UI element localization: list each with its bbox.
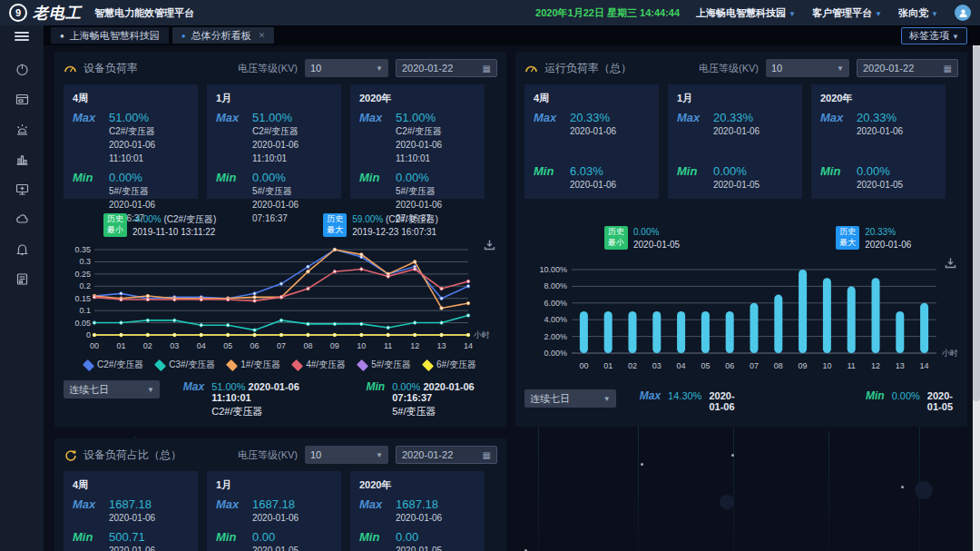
- svg-text:03: 03: [170, 341, 179, 350]
- svg-text:04: 04: [677, 361, 686, 370]
- running-load-bar-chart: 0.00%2.00%4.00%6.00%8.00%10.00%000102030…: [524, 261, 958, 377]
- app-logo: 9 老电工 智慧电力能效管理平台: [9, 3, 194, 24]
- vertical-scrollbar[interactable]: [973, 45, 980, 551]
- svg-text:01: 01: [116, 341, 125, 350]
- app-title: 智慧电力能效管理平台: [94, 6, 194, 20]
- svg-text:0.00%: 0.00%: [544, 349, 567, 358]
- svg-text:02: 02: [143, 341, 152, 350]
- download-icon[interactable]: [484, 239, 495, 252]
- svg-text:01: 01: [603, 361, 612, 370]
- svg-text:00: 00: [90, 341, 99, 350]
- svg-text:13: 13: [896, 361, 905, 370]
- svg-text:0.2: 0.2: [79, 281, 91, 290]
- monitor-icon[interactable]: [15, 182, 29, 196]
- chevron-down-icon: ▼: [952, 33, 959, 41]
- power-icon[interactable]: [15, 63, 29, 76]
- pie-refresh-icon: [64, 448, 77, 462]
- panel-device-load-ratio: 设备负荷占比（总） 电压等级(KV) 10▼ 2020-01-22▦ 4周 Ma…: [54, 438, 506, 551]
- range-select[interactable]: 连续七日▼: [524, 389, 616, 408]
- user-avatar[interactable]: [955, 5, 971, 21]
- voltage-level-select[interactable]: 10▼: [305, 446, 388, 464]
- chevron-down-icon: ▼: [376, 64, 383, 73]
- voltage-level-select[interactable]: 10▼: [766, 59, 849, 77]
- svg-text:12: 12: [871, 361, 880, 370]
- date-picker[interactable]: 2020-01-22▦: [857, 59, 958, 77]
- svg-text:0.3: 0.3: [79, 257, 91, 266]
- stat-card-4weeks: 4周 Max20.33% 2020-01-06 Min6.03% 2020-01…: [524, 84, 659, 199]
- svg-text:0.25: 0.25: [74, 270, 91, 279]
- date-picker[interactable]: 2020-01-22▦: [396, 59, 497, 77]
- legend-item[interactable]: C2#/变压器: [84, 359, 143, 371]
- svg-text:07: 07: [277, 341, 286, 350]
- tag-options-button[interactable]: 标签选项 ▼: [901, 27, 967, 44]
- svg-text:05: 05: [701, 361, 710, 370]
- history-min: 历史最小 -4.00% (C2#/变压器) 2019-11-10 13:11:2…: [103, 213, 216, 239]
- tab-overview-board[interactable]: ● 总体分析看板 ✕: [172, 27, 274, 44]
- svg-text:11: 11: [384, 341, 392, 350]
- datetime-display: 2020年1月22日 星期三 14:44:44: [535, 6, 680, 20]
- legend-item[interactable]: 4#/变压器: [293, 359, 346, 371]
- menu-toggle-button[interactable]: [15, 30, 29, 43]
- chevron-down-icon: ▼: [376, 451, 383, 459]
- chevron-down-icon: ▼: [931, 10, 938, 18]
- panel-device-load-rate: 设备负荷率 电压等级(KV) 10▼ 2020-01-22▦ 4周 Max51.…: [54, 52, 506, 427]
- svg-text:10: 10: [822, 361, 831, 370]
- legend-item[interactable]: 5#/变压器: [358, 359, 411, 371]
- stat-card-4weeks: 4周 Max1687.18 2020-01-06 Min500.71 2020-…: [64, 471, 198, 551]
- chart-legend: C2#/变压器C3#/变压器1#/变压器4#/变压器5#/变压器6#/变压器: [64, 359, 497, 371]
- app-header: 9 老电工 智慧电力能效管理平台 2020年1月22日 星期三 14:44:44…: [0, 0, 980, 25]
- panel-running-load-rate: 运行负荷率（总） 电压等级(KV) 10▼ 2020-01-22▦ 4周 Max…: [515, 52, 967, 427]
- svg-text:10: 10: [357, 341, 366, 350]
- scrollbar-thumb[interactable]: [973, 45, 980, 401]
- dashboard-icon[interactable]: [15, 93, 29, 106]
- stat-card-year: 2020年 Max20.33% 2020-01-06 Min0.00% 2020…: [811, 84, 946, 199]
- gauge-icon: [524, 62, 538, 75]
- voltage-level-select[interactable]: 10▼: [305, 59, 388, 77]
- stat-card-year: 2020年 Max1687.18 2020-01-06 Min0.00 2020…: [350, 471, 485, 551]
- svg-text:08: 08: [774, 361, 783, 370]
- date-picker[interactable]: 2020-01-22▦: [396, 446, 497, 464]
- svg-text:11: 11: [848, 361, 856, 370]
- user-menu[interactable]: 张向党 ▼: [898, 6, 938, 20]
- footer-max: Max 14.30% 2020-01-06: [640, 389, 739, 412]
- range-select[interactable]: 连续七日▼: [64, 380, 160, 398]
- platform-selector[interactable]: 客户管理平台 ▼: [812, 6, 882, 20]
- alarm-icon[interactable]: [15, 123, 29, 136]
- svg-text:14: 14: [464, 341, 473, 350]
- svg-text:08: 08: [303, 341, 312, 350]
- history-max: 历史最大 20.33% 2020-01-06: [836, 226, 911, 251]
- history-min: 历史最小 0.00% 2020-01-05: [604, 226, 680, 251]
- tab-park[interactable]: ● 上海畅电智慧科技园: [51, 27, 169, 44]
- chevron-down-icon: ▼: [789, 10, 796, 18]
- tab-dot-icon: ●: [60, 32, 64, 40]
- chevron-down-icon: ▼: [147, 386, 154, 394]
- download-icon[interactable]: [945, 257, 956, 271]
- footer-max: Max 51.00% 2020-01-06 11:10:01 C2#/变压器: [183, 380, 321, 418]
- voltage-level-label: 电压等级(KV): [238, 62, 298, 75]
- svg-text:03: 03: [652, 361, 662, 370]
- legend-item[interactable]: C3#/变压器: [156, 359, 215, 371]
- svg-text:0.15: 0.15: [74, 294, 91, 303]
- legend-item[interactable]: 1#/变压器: [228, 359, 280, 371]
- cloud-icon[interactable]: [15, 212, 29, 226]
- legend-item[interactable]: 6#/变压器: [424, 359, 476, 371]
- footer-min: Min 0.00% 2020-01-06 07:16:37 5#/变压器: [366, 380, 497, 418]
- park-selector[interactable]: 上海畅电智慧科技园 ▼: [696, 6, 796, 20]
- chevron-down-icon: ▼: [603, 395, 611, 403]
- svg-text:0.1: 0.1: [79, 306, 91, 315]
- report-icon[interactable]: [15, 272, 29, 286]
- svg-text:04: 04: [197, 341, 206, 350]
- bar-chart-icon[interactable]: [15, 153, 29, 166]
- svg-text:09: 09: [799, 361, 808, 370]
- svg-text:06: 06: [725, 361, 734, 370]
- voltage-level-label: 电压等级(KV): [699, 62, 759, 75]
- svg-text:0.35: 0.35: [74, 245, 91, 254]
- svg-text:07: 07: [750, 361, 759, 370]
- gauge-icon: [64, 62, 77, 75]
- calendar-icon: ▦: [944, 64, 952, 74]
- bell-icon[interactable]: [15, 242, 29, 256]
- chevron-down-icon: ▼: [837, 64, 844, 73]
- close-icon[interactable]: ✕: [259, 31, 266, 40]
- svg-text:0.05: 0.05: [74, 319, 91, 328]
- svg-text:6.00%: 6.00%: [544, 299, 567, 308]
